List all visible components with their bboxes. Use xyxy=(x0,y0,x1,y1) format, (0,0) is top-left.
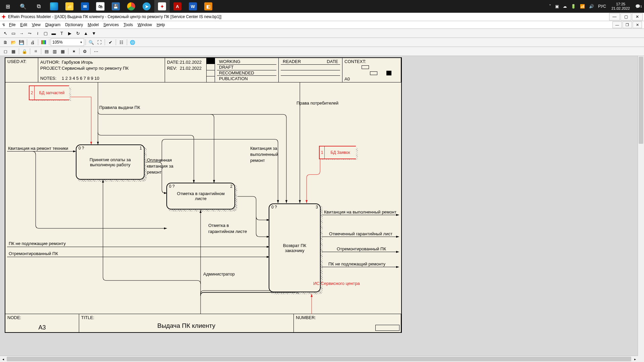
tool-new-icon[interactable]: 🗎 xyxy=(2,39,9,46)
label-done2: выполненный xyxy=(250,152,278,157)
app-orange-icon[interactable]: ◧ xyxy=(201,0,216,13)
datastore-requests-db[interactable]: 1 БД Заявок xyxy=(319,146,356,158)
tool-misc7-icon[interactable]: ✶ xyxy=(70,48,77,55)
tool-misc5-icon[interactable]: ▥ xyxy=(51,48,58,55)
tool-up-icon[interactable]: ▲ xyxy=(82,29,90,37)
tool-zigzag-icon[interactable]: ≀ xyxy=(34,29,41,37)
horizontal-scrollbar[interactable]: ◂ ▸ xyxy=(0,356,638,362)
menu-view[interactable]: View xyxy=(30,22,43,27)
search-icon[interactable]: 🔍 xyxy=(15,0,31,13)
tool-down-icon[interactable]: ▼ xyxy=(90,29,98,37)
label-mark1: Отметка в xyxy=(208,223,229,228)
tool-rotate-icon[interactable]: ↻ xyxy=(74,29,82,37)
explorer-icon[interactable]: 📁 xyxy=(62,0,77,13)
tool-misc8-icon[interactable]: ⚙ xyxy=(81,48,89,55)
tool-activity-icon[interactable]: ▭ xyxy=(10,29,17,37)
scroll-right-icon[interactable]: ▸ xyxy=(632,356,638,362)
tool-text-icon[interactable]: T xyxy=(58,29,65,37)
menu-window[interactable]: Window xyxy=(135,22,154,27)
tool-check-icon[interactable]: ✔ xyxy=(107,39,114,46)
mdi-minimize-button[interactable]: — xyxy=(612,21,622,28)
tool-print-icon[interactable]: 🖨 xyxy=(29,39,36,46)
frame-bottom: NODE: A3 TITLE: Выдача ПК клиенту NUMBER… xyxy=(5,314,401,332)
chevron-down-icon: ▼ xyxy=(80,41,83,44)
tool-box-filled-icon[interactable]: ▬ xyxy=(50,29,57,37)
menu-help[interactable]: Help xyxy=(154,22,167,27)
frame-author-project: AUTHOR:Гарбузов Игорь PROJECT:Сервисный … xyxy=(38,58,165,82)
tray-lang[interactable]: РУС xyxy=(596,0,608,13)
mdi-close-button[interactable]: ✕ xyxy=(633,21,642,28)
tray-battery-icon[interactable]: 🔋 xyxy=(569,0,578,13)
task-view-icon[interactable]: ⧉ xyxy=(31,0,46,13)
tool-lock-icon[interactable]: 🔒 xyxy=(21,48,28,55)
menu-model[interactable]: Model xyxy=(86,22,101,27)
app-generic-icon[interactable]: 💾 xyxy=(108,0,123,13)
activity-accept-payment[interactable]: 0 ? 1 Принятие оплаты за выполненую рабо… xyxy=(76,144,145,180)
store-icon[interactable]: 🛍 xyxy=(93,0,108,13)
tray-onedrive-icon[interactable]: ▣ xyxy=(553,0,561,13)
tool-save-icon[interactable]: 💾 xyxy=(18,39,25,46)
diagram-canvas[interactable]: 2 БД запчастей 1 БД Заявок 0 ? 1 Пр xyxy=(5,82,401,314)
frame-used-at: USED AT: xyxy=(5,58,38,82)
label-done1: Квитанция за xyxy=(250,146,277,151)
menu-edit[interactable]: Edit xyxy=(18,22,30,27)
tool-globe-icon[interactable]: 🌐 xyxy=(129,39,136,46)
tool-palette-icon[interactable] xyxy=(40,39,47,46)
frame-top: USED AT: AUTHOR:Гарбузов Игорь PROJECT:С… xyxy=(5,58,401,82)
chrome-icon[interactable] xyxy=(123,0,139,13)
datastore-parts-db[interactable]: 2 БД запчастей xyxy=(29,85,69,99)
zoom-combo[interactable]: 105% ▼ xyxy=(51,39,84,46)
acrobat-icon[interactable]: A xyxy=(170,0,185,13)
window-close-button[interactable]: ✕ xyxy=(632,13,643,20)
menu-tools[interactable]: Tools xyxy=(121,22,135,27)
window-maximize-button[interactable]: ▢ xyxy=(621,13,631,20)
tool-zoom-in-icon[interactable]: 🔍 xyxy=(88,39,95,46)
scroll-thumb[interactable] xyxy=(639,57,643,144)
tray-wifi-icon[interactable]: 📶 xyxy=(578,0,587,13)
tool-tree-icon[interactable]: ☷ xyxy=(118,39,125,46)
idef0-sheet[interactable]: USED AT: AUTHOR:Гарбузов Игорь PROJECT:С… xyxy=(5,57,402,333)
menu-file[interactable]: FFileile xyxy=(7,22,18,27)
scroll-corner xyxy=(638,356,644,362)
tool-open-icon[interactable]: 📂 xyxy=(10,39,17,46)
tool-misc6-icon[interactable]: ▦ xyxy=(59,48,66,55)
tool-misc4-icon[interactable]: ▤ xyxy=(43,48,50,55)
tray-chevron-icon[interactable]: ˅ xyxy=(547,0,553,13)
tool-zoom-fit-icon[interactable]: ⛶ xyxy=(96,39,103,46)
activity-return-pc[interactable]: 0 ? 3 Возврат ПК заказчику xyxy=(269,203,321,292)
menu-icon: ↯ xyxy=(2,22,5,27)
tool-arrow-icon[interactable]: → xyxy=(18,29,25,37)
activity-warranty-mark[interactable]: 0 ? 2 Отметка в гарантийном листе xyxy=(166,183,235,209)
erwin-icon[interactable]: ✦ xyxy=(154,0,170,13)
tool-misc1-icon[interactable]: ◻ xyxy=(2,48,9,55)
tool-misc9-icon[interactable]: ⋯ xyxy=(92,48,100,55)
tray-notifications-icon[interactable]: 💬1 xyxy=(633,0,644,13)
start-button[interactable]: ⊞ xyxy=(0,0,15,13)
mail-icon[interactable]: ✉ xyxy=(77,0,93,13)
mdi-restore-button[interactable]: ❐ xyxy=(623,21,632,28)
tool-squiggle-icon[interactable]: ⤳ xyxy=(26,29,33,37)
label-out4: ПК не подлежащий ремонту xyxy=(328,261,385,266)
tool-misc3-icon[interactable]: ⌗ xyxy=(32,48,39,55)
word-icon[interactable]: W xyxy=(185,0,201,13)
tool-pointer-icon[interactable]: ↖ xyxy=(2,29,9,37)
scroll-left-icon[interactable]: ◂ xyxy=(0,356,6,362)
clock-time: 17:25 xyxy=(616,2,626,6)
tool-misc2-icon[interactable]: ▦ xyxy=(10,48,17,55)
svg-marker-0 xyxy=(1,14,6,19)
label-rights: Права потребителей xyxy=(297,101,338,106)
tool-box-icon[interactable]: ▢ xyxy=(42,29,49,37)
vertical-scrollbar[interactable] xyxy=(638,56,644,356)
window-minimize-button[interactable]: — xyxy=(609,13,620,20)
menu-dictionary[interactable]: Dictionary xyxy=(63,22,85,27)
edge-icon[interactable] xyxy=(46,0,62,13)
label-out1: Квитанция на выполненный ремонт xyxy=(324,209,396,215)
tool-go-right-icon[interactable]: ▶ xyxy=(66,29,73,37)
telegram-icon[interactable]: ➤ xyxy=(139,0,154,13)
tray-clock[interactable]: 17:25 21.02.2022 xyxy=(608,2,633,11)
tray-cloud-icon[interactable]: ☁ xyxy=(561,0,569,13)
tray-volume-icon[interactable]: 🔊 xyxy=(587,0,596,13)
menu-diagram[interactable]: Diagram xyxy=(43,22,63,27)
scroll-thumb[interactable] xyxy=(7,357,631,361)
menu-services[interactable]: Services xyxy=(101,22,121,27)
